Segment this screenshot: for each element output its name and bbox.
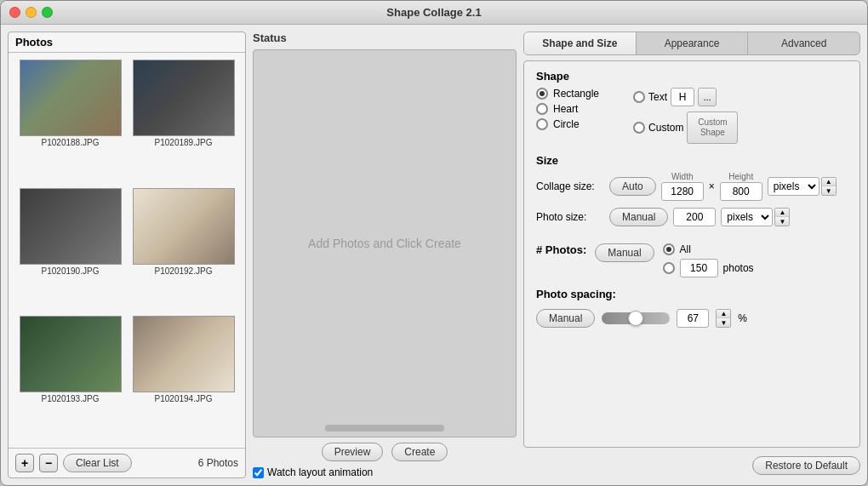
app-window: Shape Collage 2.1 Photos P1020188.JPG P1…	[0, 0, 868, 486]
minimize-button[interactable]	[26, 7, 37, 18]
spacing-stepper-down[interactable]: ▼	[717, 318, 730, 327]
height-label: Height	[724, 172, 758, 181]
spacing-stepper[interactable]: ▲ ▼	[716, 309, 731, 328]
rectangle-row: Rectangle	[536, 88, 599, 100]
tab-bar: Shape and Size Appearance Advanced	[523, 31, 860, 55]
photo-thumbnail[interactable]	[20, 60, 122, 136]
preview-button[interactable]: Preview	[322, 443, 384, 461]
stepper-down-2[interactable]: ▼	[775, 217, 789, 226]
width-label: Width	[665, 172, 700, 181]
tab-advanced[interactable]: Advanced	[748, 32, 859, 54]
photos-label: photos	[723, 262, 754, 274]
manual-photos-row: photos	[663, 259, 754, 277]
all-photos-radio[interactable]	[663, 243, 675, 255]
list-item[interactable]: P1020190.JPG	[15, 188, 125, 313]
photo-thumbnail[interactable]	[133, 60, 235, 136]
preview-placeholder: Add Photos and Click Create	[308, 237, 461, 250]
photo-size-manual-button[interactable]: Manual	[609, 208, 668, 226]
photo-thumbnail[interactable]	[20, 188, 122, 265]
photos-grid: P1020188.JPG P1020189.JPG P1020190.JPG P…	[9, 53, 245, 448]
photo-thumbnail[interactable]	[133, 188, 235, 265]
watch-animation-checkbox[interactable]	[253, 467, 264, 478]
list-item[interactable]: P1020193.JPG	[15, 316, 125, 441]
photo-label: P1020192.JPG	[155, 266, 213, 276]
status-label: Status	[253, 31, 517, 44]
heart-row: Heart	[536, 103, 599, 115]
tab-shape-size[interactable]: Shape and Size	[524, 32, 637, 54]
photo-size-input[interactable]	[673, 208, 716, 226]
photo-spacing-section: Photo spacing: Manual ▲ ▼ %	[536, 288, 848, 328]
spacing-slider[interactable]	[602, 312, 670, 324]
photo-label: P1020194.JPG	[155, 394, 213, 403]
heart-radio[interactable]	[536, 103, 548, 115]
ellipsis-button[interactable]: ...	[698, 88, 717, 106]
size-section-title: Size	[536, 154, 848, 167]
shape-left: Rectangle Heart Circle	[536, 88, 599, 144]
text-row: Text ...	[633, 88, 738, 106]
photo-thumbnail[interactable]	[133, 316, 235, 392]
restore-default-button[interactable]: Restore to Default	[752, 456, 860, 475]
width-input[interactable]	[661, 182, 704, 201]
shape-section-title: Shape	[536, 70, 848, 83]
spacing-manual-button[interactable]: Manual	[536, 309, 595, 328]
custom-shape-button[interactable]: Custom Shape	[687, 111, 738, 144]
settings-panel: Shape Rectangle Heart	[523, 60, 860, 448]
manual-photos-radio[interactable]	[663, 262, 675, 274]
list-item[interactable]: P1020188.JPG	[15, 60, 125, 185]
list-item[interactable]: P1020192.JPG	[128, 188, 238, 313]
rectangle-radio[interactable]	[536, 88, 548, 100]
shape-section: Shape Rectangle Heart	[536, 70, 848, 144]
photos-panel: Photos P1020188.JPG P1020189.JPG P102019…	[8, 31, 246, 478]
photo-size-row: Photo size: Manual pixels inches cm ▲	[536, 208, 848, 226]
custom-radio[interactable]	[633, 122, 645, 134]
text-input[interactable]	[671, 88, 694, 106]
stepper-down[interactable]: ▼	[822, 186, 836, 195]
clear-list-button[interactable]: Clear List	[63, 454, 132, 472]
list-item[interactable]: P1020189.JPG	[128, 60, 238, 185]
all-label: All	[680, 243, 691, 255]
photo-count: 6 Photos	[198, 457, 238, 469]
manual-count-input[interactable]	[680, 259, 718, 277]
maximize-button[interactable]	[42, 7, 53, 18]
add-photo-button[interactable]: +	[15, 454, 34, 472]
photo-label: P1020193.JPG	[42, 394, 100, 403]
custom-shape-label: Custom Shape	[688, 117, 737, 138]
collage-unit-select[interactable]: pixels inches cm	[768, 177, 819, 196]
collage-size-row: Collage size: Auto Width × Height	[536, 172, 848, 201]
text-radio[interactable]	[633, 91, 645, 103]
unit-stepper[interactable]: ▲ ▼	[821, 177, 837, 196]
size-section: Size Collage size: Auto Width × Height	[536, 154, 848, 233]
photo-label: P1020188.JPG	[42, 138, 100, 147]
all-photos-row: All	[663, 243, 754, 255]
height-input[interactable]	[720, 182, 762, 201]
circle-radio[interactable]	[536, 118, 548, 130]
scrollbar[interactable]	[325, 425, 444, 432]
rectangle-label: Rectangle	[553, 88, 599, 100]
remove-photo-button[interactable]: −	[39, 454, 58, 472]
shape-right: Text ... Custom Custom Shape	[633, 88, 738, 144]
stepper-up-2[interactable]: ▲	[775, 209, 789, 217]
photo-thumbnail[interactable]	[20, 316, 122, 392]
spacing-stepper-up[interactable]: ▲	[717, 310, 730, 318]
main-content: Photos P1020188.JPG P1020189.JPG P102019…	[1, 25, 867, 485]
x-separator: ×	[709, 180, 715, 192]
watch-animation-row: Watch layout animation	[253, 466, 517, 478]
spacing-value-input[interactable]	[677, 309, 709, 328]
tab-appearance[interactable]: Appearance	[637, 32, 749, 54]
slider-thumb	[628, 311, 643, 326]
list-item[interactable]: P1020194.JPG	[128, 316, 238, 441]
close-button[interactable]	[9, 7, 20, 18]
photo-label: P1020190.JPG	[42, 266, 100, 276]
photos-header: Photos	[9, 32, 245, 53]
collage-size-label: Collage size:	[536, 180, 604, 192]
photo-size-unit-select[interactable]: pixels inches cm	[721, 208, 773, 226]
photo-size-label: Photo size:	[536, 211, 604, 223]
photos-count-section: # Photos:ManualAllphotos	[536, 243, 848, 277]
photos-count-manual-button[interactable]: Manual	[595, 243, 654, 262]
stepper-up[interactable]: ▲	[822, 178, 836, 186]
photo-unit-stepper[interactable]: ▲ ▼	[774, 208, 790, 226]
auto-button[interactable]: Auto	[609, 177, 656, 196]
heart-label: Heart	[553, 103, 578, 115]
create-button[interactable]: Create	[391, 443, 448, 461]
custom-label: Custom	[648, 122, 683, 134]
